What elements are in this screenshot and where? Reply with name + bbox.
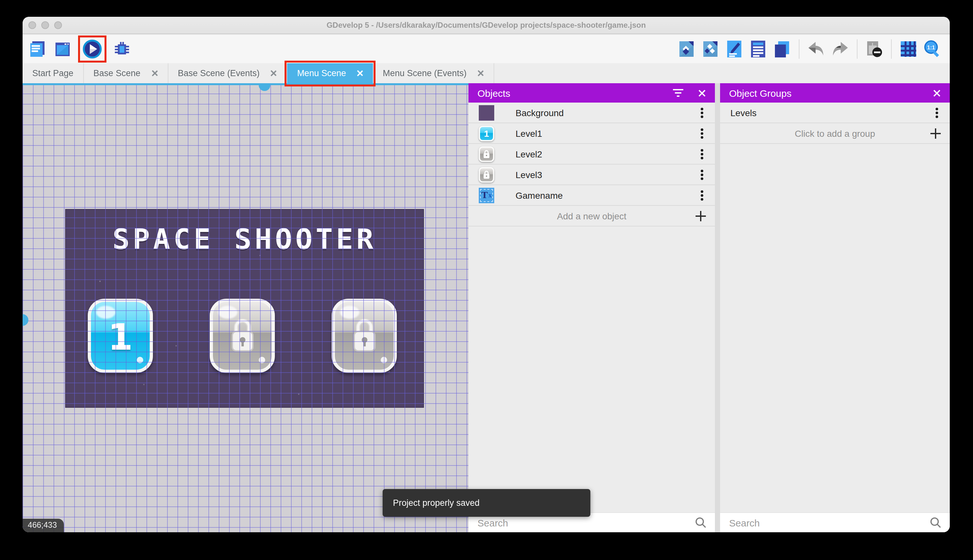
level1-button[interactable]: 1 xyxy=(88,299,153,373)
editor-tabbar: Start Page Base Scene Base Scene (Events… xyxy=(23,63,950,83)
object-menu-icon[interactable] xyxy=(701,169,703,180)
plus-icon[interactable] xyxy=(696,211,706,221)
tab-base-scene[interactable]: Base Scene xyxy=(84,63,168,83)
toolbar-left xyxy=(28,35,132,63)
plus-icon[interactable] xyxy=(930,128,941,138)
level3-thumbnail xyxy=(479,167,494,182)
toolbar-separator xyxy=(857,39,858,59)
lock-icon xyxy=(349,317,379,353)
groups-search-input[interactable] xyxy=(720,517,929,528)
level2-thumbnail xyxy=(479,146,494,162)
add-object-row[interactable]: Add a new object xyxy=(468,206,715,227)
properties-panel-icon[interactable] xyxy=(725,39,744,59)
level2-button-locked[interactable] xyxy=(210,299,275,373)
group-menu-icon[interactable] xyxy=(936,107,938,118)
tab-menu-scene-events[interactable]: Menu Scene (Events) xyxy=(373,63,495,83)
close-tab-icon[interactable] xyxy=(270,70,277,77)
toolbar-right: 1:1 xyxy=(677,39,942,59)
button-dot xyxy=(381,357,387,363)
scene-window-icon[interactable] xyxy=(53,39,72,59)
filter-icon[interactable] xyxy=(673,89,683,97)
background-thumbnail xyxy=(479,105,494,120)
objects-panel-title: Objects xyxy=(478,87,510,98)
tab-menu-scene[interactable]: Menu Scene xyxy=(287,63,373,83)
object-row-level3[interactable]: Level3 xyxy=(468,165,715,185)
search-icon xyxy=(694,516,707,529)
close-tab-icon[interactable] xyxy=(357,70,363,77)
object-row-level2[interactable]: Level2 xyxy=(468,144,715,165)
object-menu-icon[interactable] xyxy=(701,149,703,159)
scene-stars xyxy=(66,210,67,211)
close-object-groups-panel-icon[interactable] xyxy=(932,89,941,97)
close-tab-icon[interactable] xyxy=(151,70,158,77)
tab-base-scene-events[interactable]: Base Scene (Events) xyxy=(168,63,287,83)
preview-annotation-box xyxy=(78,35,107,63)
groups-search-row xyxy=(720,512,950,532)
group-row-levels[interactable]: Levels xyxy=(720,103,950,123)
search-icon xyxy=(929,516,942,529)
objects-search-input[interactable] xyxy=(468,517,694,528)
panel-divider[interactable] xyxy=(715,83,720,532)
save-toast: Project properly saved xyxy=(383,489,590,517)
titlebar: GDevelop 5 - /Users/dkarakay/Documents/G… xyxy=(23,17,950,34)
game-scene-preview[interactable]: SPACE SHOOTER 1 xyxy=(65,209,424,408)
preview-play-button[interactable] xyxy=(83,39,102,59)
object-groups-panel-header: Object Groups xyxy=(720,83,950,103)
scene-title-text[interactable]: SPACE SHOOTER xyxy=(66,223,423,255)
object-row-level1[interactable]: 1 Level1 xyxy=(468,123,715,144)
object-menu-icon[interactable] xyxy=(701,107,703,118)
cursor-coordinates: 466;433 xyxy=(23,519,64,532)
object-menu-icon[interactable] xyxy=(701,128,703,138)
horizontal-scroll-track[interactable] xyxy=(23,83,468,85)
object-groups-panel: Object Groups Levels Click to add a grou… xyxy=(720,83,950,532)
object-menu-icon[interactable] xyxy=(701,190,703,200)
zoom-1-1-icon[interactable]: 1:1 xyxy=(923,39,942,59)
layers-panel-icon[interactable] xyxy=(772,39,792,59)
lock-icon xyxy=(227,317,257,353)
tab-start-page[interactable]: Start Page xyxy=(23,63,84,83)
window-title: GDevelop 5 - /Users/dkarakay/Documents/G… xyxy=(23,21,950,30)
object-groups-panel-title: Object Groups xyxy=(729,87,791,98)
toolbar-separator xyxy=(891,39,892,59)
mask-toggle-icon[interactable] xyxy=(865,39,884,59)
scene-editor: SPACE SHOOTER 1 xyxy=(23,83,950,532)
vertical-scroll-thumb[interactable] xyxy=(23,314,28,326)
project-manager-icon[interactable] xyxy=(28,39,47,59)
object-row-gamename[interactable]: Tx Gamename xyxy=(468,185,715,206)
button-dot xyxy=(259,357,265,363)
instances-list-icon[interactable] xyxy=(748,39,768,59)
undo-icon[interactable] xyxy=(806,39,826,59)
object-groups-panel-icon[interactable] xyxy=(701,39,720,59)
text-object-thumbnail: Tx xyxy=(479,187,494,203)
level3-button-locked[interactable] xyxy=(332,299,397,373)
screen: GDevelop 5 - /Users/dkarakay/Documents/G… xyxy=(0,0,973,560)
horizontal-scroll-thumb[interactable] xyxy=(259,85,270,91)
objects-panel: Objects Background 1 Level1 xyxy=(468,83,715,532)
toast-message: Project properly saved xyxy=(393,498,480,508)
objects-panel-header: Objects xyxy=(468,83,715,103)
objects-panel-icon[interactable] xyxy=(677,39,696,59)
toolbar-separator xyxy=(799,39,800,59)
debugger-icon[interactable] xyxy=(112,39,132,59)
redo-icon[interactable] xyxy=(830,39,850,59)
level1-thumbnail: 1 xyxy=(479,125,494,141)
main-toolbar: 1:1 xyxy=(23,35,950,63)
grid-toggle-icon[interactable] xyxy=(899,39,918,59)
gdevelop-window: GDevelop 5 - /Users/dkarakay/Documents/G… xyxy=(23,17,950,532)
button-dot xyxy=(137,357,143,363)
object-row-background[interactable]: Background xyxy=(468,103,715,123)
svg-text:1:1: 1:1 xyxy=(927,45,935,51)
close-tab-icon[interactable] xyxy=(477,70,484,77)
scene-canvas[interactable]: SPACE SHOOTER 1 xyxy=(23,83,468,532)
close-objects-panel-icon[interactable] xyxy=(698,89,706,97)
add-group-row[interactable]: Click to add a group xyxy=(720,123,950,144)
